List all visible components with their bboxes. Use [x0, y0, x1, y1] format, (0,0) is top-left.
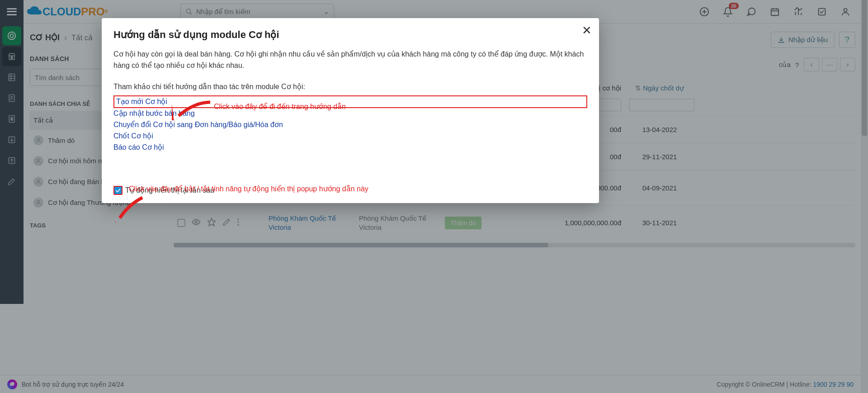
modal-link[interactable]: Báo cáo Cơ hội [113, 142, 587, 153]
modal-title: Hướng dẫn sử dụng module Cơ hội [113, 29, 587, 41]
close-button[interactable]: ✕ [582, 24, 592, 36]
modal-link[interactable]: Chốt Cơ hội [113, 131, 587, 142]
annotation-2: Click vào đây để bật / tắt tính năng tự … [129, 185, 368, 193]
arrow-icon [115, 195, 147, 223]
help-modal: ✕ Hướng dẫn sử dụng module Cơ hội Cơ hội… [102, 18, 599, 203]
annotation-1: Click vào đây để đi đến trang hướng dẫn [214, 102, 346, 111]
arrow-icon [172, 98, 212, 120]
modal-link[interactable]: Chuyển đổi Cơ hội sang Đơn hàng/Báo giá/… [113, 119, 587, 131]
modal-subheading: Tham khảo chi tiết hướng dẫn thao tác tr… [113, 82, 587, 91]
autoshow-checkbox[interactable] [113, 186, 123, 195]
modal-description: Cơ hội hay còn gọi là deal bán hàng. Cơ … [113, 49, 587, 71]
